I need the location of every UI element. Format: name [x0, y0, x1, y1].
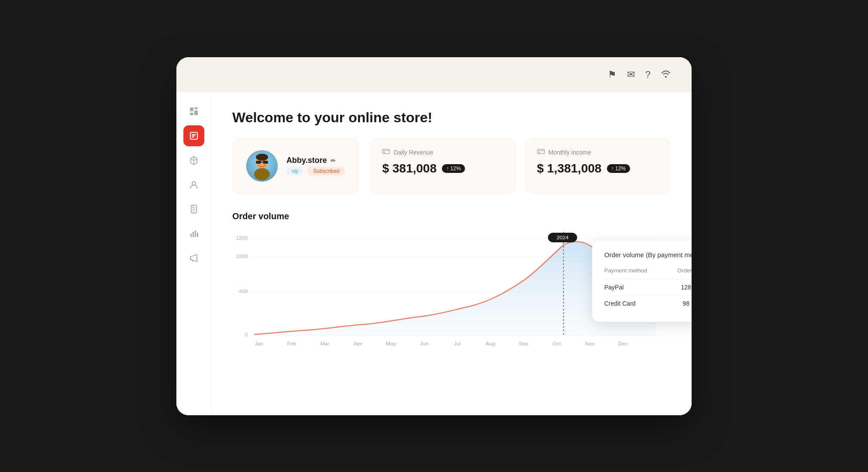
daily-revenue-value: $ 381,008 ↑ 12%: [382, 162, 503, 176]
profile-card: Abby.store ✏ vip Subscribed: [232, 138, 359, 194]
chat-icon[interactable]: ✉: [627, 69, 635, 80]
profile-row: Abby.store ✏ vip Subscribed: [246, 150, 345, 182]
page-title: Welcome to your online store!: [232, 110, 671, 126]
top-bar: ⚑ ✉ ?: [176, 57, 692, 92]
svg-rect-0: [190, 107, 193, 111]
orders-paypal: 128: [672, 279, 692, 295]
monthly-income-card: Monthly income $ 1,381,008 ↑ 12%: [525, 138, 671, 194]
sidebar-item-dashboard[interactable]: [183, 101, 204, 122]
svg-point-13: [254, 168, 270, 180]
top-section: Abby.store ✏ vip Subscribed: [232, 138, 671, 194]
svg-text:Apr: Apr: [354, 341, 362, 346]
svg-rect-2: [194, 110, 198, 115]
monthly-change-badge: ↑ 12%: [607, 164, 630, 173]
sidebar-item-reports[interactable]: [183, 199, 204, 220]
daily-revenue-label: Daily Revenue: [382, 148, 503, 156]
daily-change-badge: ↑ 12%: [442, 164, 465, 173]
svg-text:May: May: [386, 341, 396, 346]
svg-rect-7: [190, 234, 192, 237]
badge-vip: vip: [286, 167, 303, 176]
chart-title: Order volume: [232, 211, 671, 221]
sidebar: [176, 92, 211, 415]
payment-table: Payment method Orders Percentage PayPal …: [604, 267, 692, 311]
svg-point-5: [192, 182, 196, 185]
svg-text:Nov: Nov: [585, 341, 595, 346]
svg-rect-10: [197, 233, 198, 237]
flag-icon[interactable]: ⚑: [608, 69, 617, 80]
svg-text:Dec: Dec: [618, 341, 628, 346]
revenue-icon: [382, 148, 390, 156]
payment-method-cc: Credit Card: [604, 295, 672, 311]
svg-point-17: [256, 154, 268, 161]
main-content: Welcome to your online store!: [211, 92, 692, 415]
metrics-row: Daily Revenue $ 381,008 ↑ 12%: [370, 138, 671, 194]
svg-text:Feb: Feb: [287, 341, 296, 346]
income-icon: [537, 148, 545, 156]
svg-rect-3: [190, 113, 193, 115]
svg-text:Jan: Jan: [255, 341, 263, 346]
sidebar-item-customers[interactable]: [183, 174, 204, 195]
chart-section: Order volume 1200 1000 400 0: [232, 211, 671, 354]
sidebar-item-marketing[interactable]: [183, 248, 204, 269]
monthly-income-value: $ 1,381,008 ↑ 12%: [537, 162, 658, 176]
sidebar-item-orders[interactable]: [183, 125, 204, 146]
daily-revenue-card: Daily Revenue $ 381,008 ↑ 12%: [370, 138, 516, 194]
payment-method-tooltip: Order volume (By payment method) Payment…: [592, 241, 692, 322]
main-layout: Welcome to your online store!: [176, 92, 692, 415]
svg-rect-18: [382, 149, 389, 154]
profile-name: Abby.store ✏: [286, 156, 345, 165]
svg-text:Mar: Mar: [320, 341, 329, 346]
wifi-icon[interactable]: [661, 69, 671, 80]
col-method: Payment method: [604, 267, 672, 279]
svg-rect-15: [263, 161, 268, 164]
sidebar-item-analytics[interactable]: [183, 223, 204, 244]
help-icon[interactable]: ?: [645, 69, 651, 80]
svg-text:400: 400: [239, 288, 248, 293]
monthly-income-label: Monthly income: [537, 148, 658, 156]
svg-text:1000: 1000: [236, 253, 248, 258]
orders-cc: 98: [672, 295, 692, 311]
svg-rect-14: [256, 161, 261, 164]
svg-rect-19: [383, 152, 385, 153]
device-frame: ⚑ ✉ ?: [176, 57, 692, 415]
table-row: Credit Card 98 36%: [604, 295, 692, 311]
svg-text:0: 0: [245, 332, 248, 337]
svg-rect-1: [194, 107, 198, 109]
svg-rect-9: [195, 231, 196, 237]
svg-text:Jul: Jul: [454, 341, 461, 346]
sidebar-item-products[interactable]: [183, 150, 204, 171]
edit-icon[interactable]: ✏: [331, 157, 336, 164]
col-orders: Orders: [672, 267, 692, 279]
svg-rect-21: [538, 152, 540, 153]
avatar-image: [246, 150, 278, 182]
svg-text:Aug: Aug: [486, 341, 495, 346]
badge-subscribed: Subscribed: [307, 167, 345, 176]
tooltip-title: Order volume (By payment method): [604, 251, 692, 258]
svg-rect-6: [191, 205, 196, 213]
profile-info: Abby.store ✏ vip Subscribed: [286, 156, 345, 176]
avatar: [246, 150, 278, 182]
svg-text:2024: 2024: [557, 234, 569, 240]
payment-method-paypal: PayPal: [604, 279, 672, 295]
table-row: PayPal 128 48%: [604, 279, 692, 295]
svg-text:Jun: Jun: [420, 341, 429, 346]
chart-container: 1200 1000 400 0: [232, 232, 671, 354]
svg-text:1200: 1200: [236, 235, 248, 240]
svg-rect-20: [537, 149, 544, 154]
svg-text:Oct: Oct: [552, 341, 561, 346]
svg-text:Sep: Sep: [519, 341, 528, 346]
svg-rect-8: [193, 232, 194, 237]
profile-badges: vip Subscribed: [286, 167, 345, 176]
